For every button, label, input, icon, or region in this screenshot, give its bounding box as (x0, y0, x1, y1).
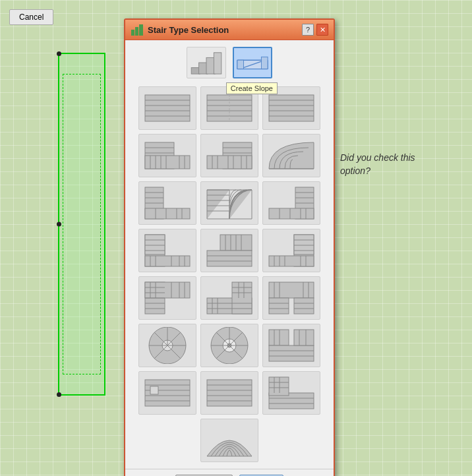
svg-rect-40 (207, 156, 252, 169)
stair-type-straight-4[interactable] (138, 371, 196, 415)
stair-type-straight-1[interactable] (138, 86, 196, 130)
svg-rect-143 (269, 345, 314, 361)
svg-rect-157 (207, 380, 252, 406)
stair-type-u1[interactable] (138, 181, 196, 225)
stair-type-grid (132, 86, 327, 462)
stair-type-wind-3[interactable] (262, 276, 320, 320)
svg-rect-86 (207, 251, 252, 266)
svg-rect-127 (269, 298, 289, 314)
svg-rect-128 (294, 298, 314, 314)
handle-ml[interactable] (57, 222, 61, 227)
stair-type-quarter-turn[interactable] (200, 181, 258, 225)
handle-bl[interactable] (57, 392, 61, 397)
stair-type-wind-1[interactable] (200, 229, 258, 272)
help-button[interactable]: ? (302, 24, 314, 36)
svg-rect-8 (214, 53, 221, 74)
stair-type-l1[interactable] (138, 134, 196, 177)
svg-rect-142 (269, 330, 289, 345)
svg-rect-2 (131, 30, 134, 36)
stair-type-spiral-ccw[interactable] (200, 324, 258, 367)
svg-rect-66 (269, 208, 314, 219)
stair-type-spiral-cw[interactable] (138, 324, 196, 367)
dialog-footer: Cancel OK (125, 469, 334, 476)
svg-rect-126 (269, 282, 314, 298)
svg-rect-144 (294, 330, 314, 345)
svg-rect-105 (145, 282, 190, 298)
stair-type-l2[interactable] (200, 134, 258, 177)
title-buttons: ? ✕ (302, 24, 328, 36)
dialog-content: Create Slope (125, 40, 334, 469)
stair-type-wind-left-1[interactable] (138, 276, 196, 320)
stair-plan-icon (190, 50, 223, 75)
svg-rect-30 (145, 156, 190, 169)
dialog-title: Stair Type Selection (148, 25, 229, 35)
svg-rect-76 (145, 235, 165, 254)
stair-plan-button[interactable] (187, 47, 226, 78)
svg-rect-51 (145, 208, 190, 219)
stair-type-fan[interactable] (200, 419, 258, 462)
app-icon (131, 23, 144, 36)
svg-rect-95 (294, 235, 314, 254)
stair-type-u2[interactable] (262, 181, 320, 225)
svg-rect-13 (145, 95, 190, 121)
stair-type-wind-2[interactable] (200, 276, 258, 320)
stair-type-l-corner-2[interactable] (262, 229, 320, 272)
close-button[interactable]: ✕ (316, 24, 328, 36)
stair-type-straight-5[interactable] (200, 371, 258, 415)
svg-rect-75 (145, 256, 190, 266)
cancel-top-button[interactable]: Cancel (9, 9, 53, 25)
ramp-button[interactable]: Create Slope (233, 47, 272, 78)
tooltip-create-slope: Create Slope (226, 82, 278, 94)
svg-rect-4 (139, 24, 143, 36)
canvas-inner-rect (63, 74, 101, 374)
svg-rect-24 (269, 95, 314, 121)
svg-rect-94 (269, 256, 314, 266)
svg-rect-163 (269, 377, 289, 396)
svg-rect-3 (135, 27, 138, 36)
svg-rect-12 (261, 57, 268, 69)
svg-rect-11 (237, 60, 244, 69)
svg-rect-117 (232, 282, 252, 314)
title-left: Stair Type Selection (131, 23, 229, 36)
annotation-text: Did you check this option? (340, 152, 415, 177)
stair-type-dialog: Stair Type Selection ? ✕ (124, 18, 335, 476)
stair-type-curved1[interactable] (262, 134, 320, 177)
ramp-icon (236, 51, 269, 74)
stair-type-l-wide[interactable] (262, 371, 320, 415)
top-icons-row: Create Slope (132, 47, 327, 78)
svg-rect-156 (150, 386, 158, 394)
canvas-drawing-rect (58, 53, 105, 396)
stair-type-wind-4[interactable] (262, 324, 320, 367)
handle-tl[interactable] (57, 51, 61, 56)
stair-type-l-corner-1[interactable] (138, 229, 196, 272)
dialog-titlebar: Stair Type Selection ? ✕ (125, 20, 334, 40)
